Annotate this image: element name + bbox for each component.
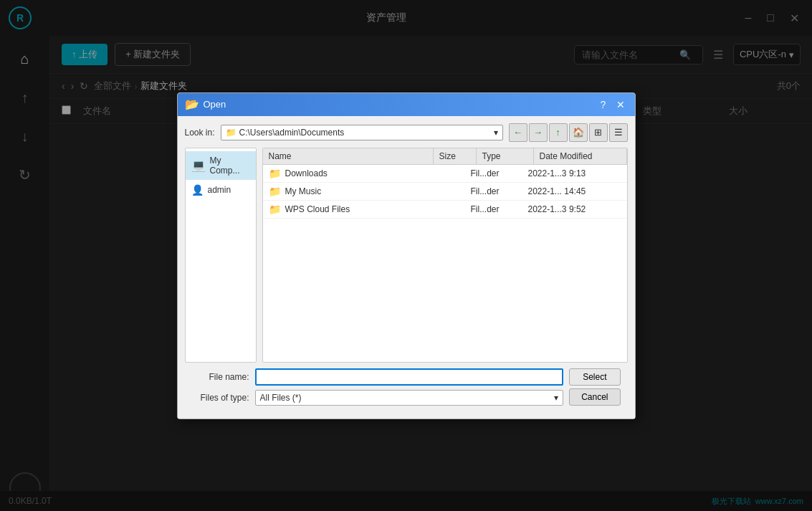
- dialog-overlay: 📂 Open ? ✕ Look in: 📁 C:\Users\admin\Doc…: [0, 0, 812, 511]
- file-row-wps[interactable]: 📁 WPS Cloud Files Fil...der 2022-1...3 9…: [263, 201, 627, 219]
- lookin-chevron-icon: ▾: [494, 128, 498, 138]
- folder-icon: 📁: [269, 168, 281, 179]
- dialog-title-icon: 📂: [185, 97, 199, 111]
- filetype-label: Files of type:: [192, 393, 249, 403]
- place-label-admin: admin: [208, 185, 231, 195]
- file-name-mymusic: My Music: [285, 186, 428, 196]
- file-type-wps: Fil...der: [471, 204, 528, 214]
- lookin-label: Look in:: [185, 128, 215, 138]
- lookin-up-button[interactable]: ↑: [549, 123, 568, 142]
- dialog-title-area: 📂 Open: [185, 97, 226, 111]
- file-header-name[interactable]: Name: [263, 148, 434, 164]
- lookin-path: C:\Users\admin\Documents: [239, 128, 345, 138]
- dialog-titlebar: 📂 Open ? ✕: [178, 93, 635, 116]
- lookin-list-button[interactable]: ☰: [609, 123, 628, 142]
- dialog-bottom: File name: Files of type: All Files (*) …: [185, 363, 628, 411]
- file-date-wps: 2022-1...3 9:52: [528, 204, 621, 214]
- user-icon: 👤: [191, 184, 204, 196]
- place-item-admin[interactable]: 👤 admin: [186, 180, 256, 200]
- lookin-home-button[interactable]: 🏠: [569, 123, 588, 142]
- lookin-back-button[interactable]: ←: [509, 123, 527, 142]
- file-type-mymusic: Fil...der: [471, 186, 528, 196]
- folder-icon: 📁: [269, 204, 281, 215]
- dialog-body: Look in: 📁 C:\Users\admin\Documents ▾ ← …: [178, 116, 635, 419]
- file-type-downloads: Fil...der: [471, 168, 528, 178]
- file-date-mymusic: 2022-1... 14:45: [528, 186, 621, 196]
- file-name-wps: WPS Cloud Files: [285, 204, 428, 214]
- filetype-value: All Files (*): [260, 393, 302, 403]
- place-item-computer[interactable]: 💻 My Comp...: [186, 151, 256, 180]
- lookin-folder-icon: 📁: [226, 128, 237, 138]
- filetype-row: Files of type: All Files (*) ▾: [192, 390, 564, 406]
- bottom-inputs: File name: Files of type: All Files (*) …: [192, 368, 564, 406]
- dialog-close-button[interactable]: ✕: [613, 97, 628, 112]
- place-label-computer: My Comp...: [210, 156, 250, 176]
- lookin-forward-button[interactable]: →: [529, 123, 548, 142]
- filetype-combo[interactable]: All Files (*) ▾: [255, 390, 564, 406]
- filetype-chevron-icon: ▾: [554, 393, 558, 403]
- file-list-header: Name Size Type Date Modified: [263, 148, 627, 165]
- file-header-type[interactable]: Type: [477, 148, 534, 164]
- cancel-button[interactable]: Cancel: [569, 388, 620, 406]
- lookin-combo[interactable]: 📁 C:\Users\admin\Documents ▾: [221, 125, 503, 140]
- file-header-date[interactable]: Date Modified: [534, 148, 627, 164]
- dialog-action-buttons: Select Cancel: [569, 368, 620, 406]
- file-row-downloads[interactable]: 📁 Downloads Fil...der 2022-1...3 9:13: [263, 165, 627, 183]
- places-panel: 💻 My Comp... 👤 admin: [185, 148, 257, 363]
- dialog-title: Open: [204, 99, 226, 110]
- dialog-help-button[interactable]: ?: [596, 97, 611, 112]
- file-list-panel: Name Size Type Date Modified 📁 Downloads…: [262, 148, 628, 363]
- file-row-mymusic[interactable]: 📁 My Music Fil...der 2022-1... 14:45: [263, 183, 627, 201]
- dialog-controls: ? ✕: [596, 97, 628, 112]
- computer-icon: 💻: [191, 158, 206, 172]
- folder-icon: 📁: [269, 186, 281, 197]
- file-date-downloads: 2022-1...3 9:13: [528, 168, 621, 178]
- file-header-size[interactable]: Size: [434, 148, 477, 164]
- select-button[interactable]: Select: [569, 368, 620, 386]
- open-dialog: 📂 Open ? ✕ Look in: 📁 C:\Users\admin\Doc…: [177, 92, 636, 419]
- filename-label: File name:: [192, 372, 249, 382]
- file-name-downloads: Downloads: [285, 168, 428, 178]
- filename-input[interactable]: [255, 368, 564, 386]
- browser-area: 💻 My Comp... 👤 admin Name Size Type: [185, 148, 628, 363]
- lookin-grid-button[interactable]: ⊞: [589, 123, 608, 142]
- lookin-buttons: ← → ↑ 🏠 ⊞ ☰: [509, 123, 628, 142]
- filename-row: File name:: [192, 368, 564, 386]
- lookin-row: Look in: 📁 C:\Users\admin\Documents ▾ ← …: [185, 123, 628, 142]
